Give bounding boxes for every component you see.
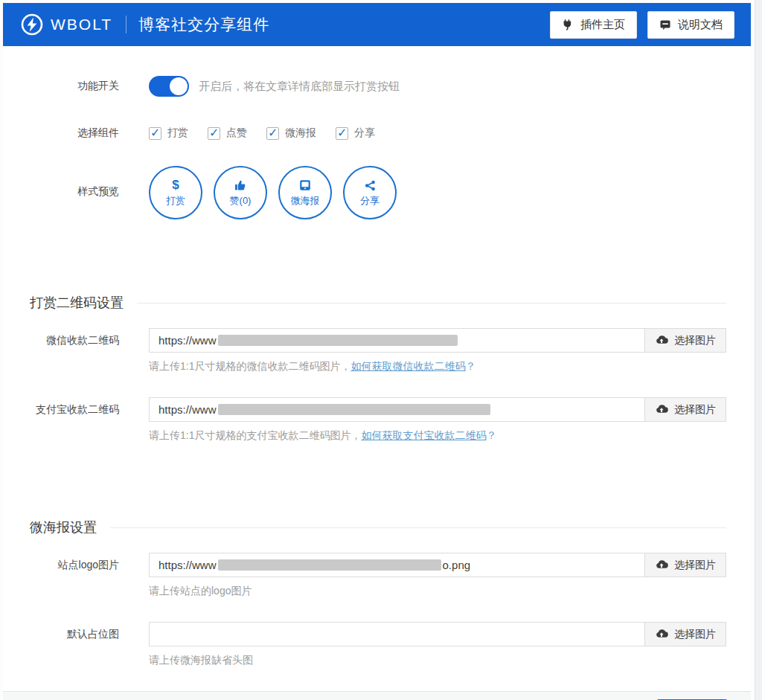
components-row: 选择组件 打赏 点赞 微海报: [3, 126, 726, 140]
power-toggle[interactable]: [149, 76, 189, 97]
docs-button[interactable]: 说明文档: [647, 11, 734, 39]
header-divider: [126, 16, 127, 33]
preview-button-label: 打赏: [166, 194, 185, 208]
alipay-qr-label: 支付宝收款二维码: [3, 403, 149, 417]
brand: WBOLT: [21, 13, 112, 36]
checkbox-dianzan[interactable]: 点赞: [208, 126, 247, 140]
url-prefix: https://www: [159, 334, 217, 347]
plug-icon: [562, 19, 574, 30]
checkbox-checked-icon: [149, 127, 161, 140]
alipay-qr-help-link[interactable]: 如何获取支付宝收款二维码: [361, 429, 486, 441]
preview-reward-button[interactable]: $ 打赏: [149, 166, 202, 219]
components-options: 打赏 点赞 微海报 分享: [149, 126, 726, 140]
preview-poster-button[interactable]: 微海报: [278, 166, 332, 219]
footer-bar: 保存设置: [3, 691, 751, 700]
section-divider-line: [137, 303, 726, 304]
style-preview-label: 样式预览: [3, 166, 149, 199]
upload-cloud-icon: [655, 558, 668, 572]
style-preview-row: 样式预览 $ 打赏 赞(0): [3, 166, 726, 219]
placeholder-image-pick-image-button[interactable]: 选择图片: [644, 622, 726, 646]
site-logo-pick-image-button[interactable]: 选择图片: [644, 553, 726, 577]
section-micro-poster: 微海报设置: [30, 518, 726, 536]
preview-button-label: 微海报: [291, 194, 320, 208]
checkbox-weihaibao[interactable]: 微海报: [266, 126, 316, 140]
pick-image-label: 选择图片: [674, 334, 716, 347]
site-logo-hint: 请上传站点的logo图片: [149, 585, 726, 598]
pick-image-label: 选择图片: [674, 403, 716, 417]
url-suffix: o.png: [443, 559, 471, 571]
placeholder-image-label: 默认占位图: [3, 628, 149, 641]
brand-name: WBOLT: [51, 16, 112, 33]
components-label: 选择组件: [3, 126, 149, 140]
wbolt-bolt-logo-icon: [21, 13, 43, 36]
plugin-home-label: 插件主页: [580, 18, 625, 32]
wechat-qr-url-input[interactable]: https://www: [149, 328, 644, 353]
pick-image-label: 选择图片: [674, 559, 716, 572]
power-description: 开启后，将在文章详情底部显示打赏按钮: [199, 80, 400, 94]
placeholder-image-input-group: 选择图片: [149, 622, 726, 646]
poster-icon: [298, 178, 312, 193]
alipay-qr-hint: 请上传1:1尺寸规格的支付宝收款二维码图片，如何获取支付宝收款二维码？: [149, 429, 726, 443]
checkbox-checked-icon: [208, 127, 220, 140]
alipay-qr-row: 支付宝收款二维码 https://www 选择图片: [3, 397, 726, 443]
checkbox-fenxiang[interactable]: 分享: [336, 126, 375, 140]
header-bar: WBOLT 博客社交分享组件 插件主页: [3, 3, 751, 46]
upload-cloud-icon: [655, 333, 668, 347]
section-reward-qr: 打赏二维码设置: [30, 294, 726, 312]
site-logo-input-group: https://www o.png 选择图片: [149, 553, 726, 577]
checkbox-checked-icon: [336, 127, 348, 140]
alipay-qr-pick-image-button[interactable]: 选择图片: [644, 397, 726, 422]
preview-like-button[interactable]: 赞(0): [214, 166, 267, 219]
share-icon: [364, 178, 377, 193]
preview-button-label: 分享: [360, 194, 380, 208]
plugin-home-button[interactable]: 插件主页: [550, 11, 637, 39]
dollar-icon: $: [172, 178, 179, 193]
url-prefix: https://www: [159, 403, 217, 416]
docs-label: 说明文档: [678, 18, 723, 32]
section-title: 微海报设置: [30, 518, 97, 536]
header-actions: 插件主页 说明文档: [550, 11, 734, 39]
preview-button-label: 赞(0): [230, 194, 252, 208]
plugin-settings-page: WBOLT 博客社交分享组件 插件主页: [0, 0, 762, 700]
wechat-qr-help-link[interactable]: 如何获取微信收款二维码: [350, 360, 465, 372]
placeholder-image-url-input[interactable]: [149, 622, 644, 646]
wechat-qr-pick-image-button[interactable]: 选择图片: [644, 328, 726, 353]
checkbox-label: 打赏: [167, 126, 188, 140]
hint-question-mark: ？: [465, 360, 476, 372]
url-prefix: https://www: [159, 559, 217, 571]
redacted-url-block: [218, 559, 441, 571]
power-switch-label: 功能开关: [3, 80, 149, 93]
site-logo-url-input[interactable]: https://www o.png: [149, 553, 644, 577]
site-logo-label: 站点logo图片: [3, 559, 149, 572]
checkbox-label: 分享: [354, 126, 375, 140]
alipay-qr-input-group: https://www 选择图片: [149, 397, 726, 422]
redacted-url-block: [218, 335, 458, 346]
wechat-qr-hint: 请上传1:1尺寸规格的微信收款二维码图片，如何获取微信收款二维码？: [149, 360, 726, 373]
settings-card: WBOLT 博客社交分享组件 插件主页: [3, 3, 751, 698]
scrollbar-track[interactable]: [755, 0, 762, 700]
wechat-qr-input-group: https://www 选择图片: [149, 328, 726, 353]
hint-text: 请上传微海报缺省头图: [149, 654, 253, 666]
redacted-url-block: [218, 404, 490, 415]
checkbox-label: 微海报: [285, 126, 316, 140]
preview-share-button[interactable]: 分享: [343, 166, 397, 219]
toggle-knob: [170, 77, 188, 95]
hint-question-mark: ？: [486, 429, 496, 441]
wechat-qr-label: 微信收款二维码: [3, 334, 149, 347]
placeholder-image-hint: 请上传微海报缺省头图: [149, 654, 726, 667]
placeholder-image-row: 默认占位图 选择图片: [3, 622, 726, 667]
alipay-qr-url-input[interactable]: https://www: [149, 397, 644, 422]
section-spacer: [3, 466, 751, 518]
section-divider-line: [110, 527, 726, 528]
hint-text: 请上传站点的logo图片: [149, 585, 252, 597]
upload-cloud-icon: [655, 627, 668, 641]
style-preview-buttons: $ 打赏 赞(0): [149, 166, 726, 219]
upload-cloud-icon: [655, 402, 668, 417]
power-switch-row: 功能开关 开启后，将在文章详情底部显示打赏按钮: [3, 76, 726, 97]
checkbox-dashang[interactable]: 打赏: [149, 126, 188, 140]
power-switch-control: 开启后，将在文章详情底部显示打赏按钮: [149, 76, 726, 97]
pick-image-label: 选择图片: [674, 628, 716, 641]
hint-text: 请上传1:1尺寸规格的微信收款二维码图片，: [149, 360, 350, 372]
doc-icon: [659, 19, 671, 30]
checkbox-label: 点赞: [226, 126, 247, 140]
